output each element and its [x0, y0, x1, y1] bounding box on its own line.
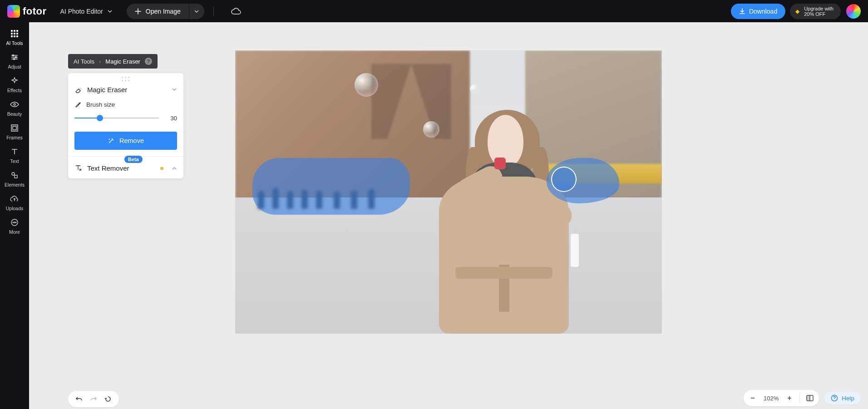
svg-point-15 [12, 172, 15, 175]
svg-rect-16 [15, 175, 17, 178]
slider-thumb[interactable] [97, 115, 103, 121]
undo-button[interactable] [72, 393, 86, 405]
text-icon [10, 147, 19, 156]
download-label: Download [749, 8, 777, 15]
logo-icon [7, 5, 20, 18]
magic-wand-icon [108, 137, 115, 144]
bottom-right-tools: 102% Help [744, 390, 861, 406]
chevron-down-icon[interactable] [172, 87, 177, 92]
grid-icon [10, 29, 19, 38]
drag-icon [122, 77, 130, 82]
editor-mode-dropdown[interactable]: AI Photo Editor [56, 5, 117, 18]
nav-frames[interactable]: Frames [0, 120, 29, 143]
upgrade-text: Upgrade with 20% OFF [804, 6, 833, 17]
status-dot-icon [160, 167, 163, 170]
brush-icon [74, 101, 82, 108]
upload-cloud-icon [10, 194, 19, 203]
diamond-icon: ◆ [795, 8, 799, 15]
brush-cursor-icon [551, 167, 577, 192]
text-remover-title: Text Remover [87, 164, 129, 172]
brush-size-value: 30 [165, 115, 177, 122]
svg-rect-2 [16, 30, 18, 32]
brand-name: fotor [23, 5, 47, 17]
panel-drag-handle[interactable] [68, 73, 183, 84]
subject-person [423, 96, 585, 334]
svg-point-20 [15, 222, 16, 223]
bubble-icon [470, 84, 479, 94]
zoom-out-button[interactable] [746, 392, 759, 404]
upgrade-button[interactable]: ◆ Upgrade with 20% OFF [790, 4, 841, 19]
svg-rect-6 [11, 35, 13, 37]
remove-label: Remove [119, 137, 144, 144]
zoom-controls: 102% [744, 390, 819, 406]
help-icon [831, 394, 838, 402]
remove-button[interactable]: Remove [74, 132, 177, 150]
help-tooltip-icon[interactable]: ? [145, 58, 152, 65]
cloud-sync-button[interactable] [231, 8, 241, 15]
nav-adjust[interactable]: Adjust [0, 49, 29, 72]
compare-button[interactable] [804, 392, 816, 404]
brand-logo[interactable]: fotor [7, 5, 47, 18]
redo-button[interactable] [86, 393, 101, 405]
app-root: fotor AI Photo Editor Open Image [0, 0, 868, 409]
shapes-icon [10, 171, 19, 180]
open-image-button[interactable]: Open Image [127, 4, 189, 19]
divider [213, 6, 214, 16]
sparkle-icon [10, 76, 19, 85]
brush-size-label: Brush size [86, 101, 115, 108]
text-remover-icon [74, 164, 83, 172]
nav-beauty[interactable]: Beauty [0, 97, 29, 119]
history-controls [68, 391, 119, 407]
nav-text[interactable]: Text [0, 144, 29, 167]
svg-point-12 [14, 103, 15, 105]
left-nav: AI Tools Adjust Effects Beauty Frames Te… [0, 22, 29, 409]
svg-rect-5 [16, 33, 18, 34]
workspace: AI Tools › Magic Eraser ? Magic Eraser [29, 22, 868, 409]
plus-icon [135, 8, 141, 15]
text-remover-header[interactable]: Text Remover Beta [68, 158, 183, 178]
help-button[interactable]: Help [824, 392, 861, 404]
svg-point-9 [12, 54, 14, 56]
nav-ai-tools[interactable]: AI Tools [0, 26, 29, 49]
breadcrumb-root[interactable]: AI Tools [74, 58, 94, 65]
nav-more[interactable]: More [0, 215, 29, 237]
open-image-group: Open Image [127, 4, 204, 19]
user-avatar[interactable] [846, 4, 861, 19]
bubble-icon [355, 73, 378, 97]
sliders-icon [10, 53, 19, 62]
svg-rect-7 [14, 35, 15, 37]
image-canvas[interactable] [235, 50, 662, 334]
open-image-label: Open Image [146, 8, 181, 15]
eye-icon [10, 100, 19, 109]
brush-size-slider-row: 30 [68, 109, 183, 130]
svg-point-11 [13, 58, 15, 59]
zoom-value[interactable]: 102% [762, 395, 780, 402]
download-button[interactable]: Download [731, 4, 785, 19]
svg-rect-22 [807, 395, 810, 401]
frame-icon [10, 123, 19, 133]
breadcrumb: AI Tools › Magic Eraser ? [68, 54, 158, 69]
svg-rect-0 [11, 30, 13, 32]
tool-panel: Magic Eraser Brush size [68, 73, 183, 178]
beta-badge: Beta [124, 156, 143, 163]
svg-point-10 [15, 56, 16, 58]
nav-uploads[interactable]: Uploads [0, 191, 29, 214]
nav-effects[interactable]: Effects [0, 73, 29, 96]
chevron-up-icon[interactable] [172, 166, 177, 171]
magic-eraser-title: Magic Eraser [87, 86, 167, 94]
svg-point-18 [13, 222, 14, 223]
zoom-in-button[interactable] [783, 392, 796, 404]
nav-elements[interactable]: Elements [0, 168, 29, 190]
svg-rect-13 [11, 125, 18, 131]
editor-mode-label: AI Photo Editor [60, 8, 103, 15]
brush-size-row: Brush size [68, 98, 183, 109]
svg-point-19 [14, 222, 15, 223]
brush-size-slider[interactable] [74, 113, 159, 123]
svg-rect-1 [14, 30, 15, 32]
eraser-icon [74, 85, 83, 94]
open-image-dropdown[interactable] [189, 4, 204, 19]
magic-eraser-header[interactable]: Magic Eraser [68, 84, 183, 98]
svg-rect-3 [11, 33, 13, 34]
top-header: fotor AI Photo Editor Open Image [0, 0, 868, 22]
revert-button[interactable] [101, 393, 115, 405]
